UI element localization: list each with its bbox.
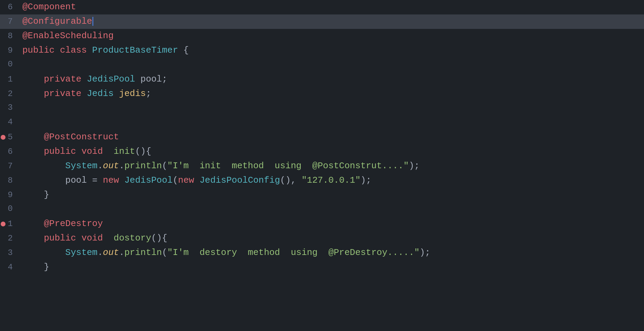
line-content-24: } xyxy=(19,260,644,274)
line-number-12: 2 xyxy=(0,87,19,100)
line-number-14: 4 xyxy=(0,116,19,128)
code-line-7: 7 @Configurable xyxy=(0,14,644,29)
gutter-dot-predestroy xyxy=(1,222,6,226)
line-number-11: 1 xyxy=(0,73,19,86)
line-number-22: 2 xyxy=(0,232,19,245)
code-editor: 6 @Component 7 @Configurable 8 @EnableSc… xyxy=(0,0,644,331)
code-line-23: 3 System.out.println("I'm destory method… xyxy=(0,246,644,260)
line-number-20: 0 xyxy=(0,202,19,215)
line-number-13: 3 xyxy=(0,101,19,114)
line-number-19: 9 xyxy=(0,189,19,201)
line-content-11: private JedisPool pool; xyxy=(19,72,644,86)
line-number-10: 0 xyxy=(0,58,19,71)
line-number-7: 7 xyxy=(0,15,19,28)
line-number-23: 3 xyxy=(0,246,19,259)
code-line-9: 9 public class ProductBaseTimer { xyxy=(0,43,644,58)
code-line-16: 6 public void init(){ xyxy=(0,145,644,159)
line-content-17: System.out.println("I'm init method usin… xyxy=(19,159,644,173)
line-content-15: @PostConstruct xyxy=(19,130,644,144)
line-content-9: public class ProductBaseTimer { xyxy=(19,43,644,57)
gutter-dot-postconstruct xyxy=(1,135,6,140)
code-line-20: 0 xyxy=(0,202,644,217)
line-content-21: @PreDestroy xyxy=(19,217,644,231)
code-line-12: 2 private Jedis jedis; xyxy=(0,87,644,101)
code-line-10: 0 xyxy=(0,58,644,72)
line-content-16: public void init(){ xyxy=(19,145,644,158)
code-line-24: 4 } xyxy=(0,260,644,275)
line-number-17: 7 xyxy=(0,160,19,172)
code-line-21: 1 @PreDestroy xyxy=(0,217,644,231)
line-content-8: @EnableScheduling xyxy=(19,29,644,43)
line-number-9: 9 xyxy=(0,44,19,57)
code-line-6: 6 @Component xyxy=(0,0,644,14)
line-number-16: 6 xyxy=(0,145,19,158)
line-content-19: } xyxy=(19,188,644,202)
line-content-7: @Configurable xyxy=(19,14,644,28)
code-line-18: 8 pool = new JedisPool(new JedisPoolConf… xyxy=(0,173,644,188)
code-line-17: 7 System.out.println("I'm init method us… xyxy=(0,159,644,173)
line-content-18: pool = new JedisPool(new JedisPoolConfig… xyxy=(19,173,644,187)
line-content-6: @Component xyxy=(19,0,644,14)
code-line-13: 3 xyxy=(0,101,644,116)
line-number-24: 4 xyxy=(0,261,19,274)
line-number-6: 6 xyxy=(0,1,19,13)
code-line-15: 5 @PostConstruct xyxy=(0,130,644,145)
line-number-8: 8 xyxy=(0,30,19,42)
code-line-22: 2 public void dostory(){ xyxy=(0,231,644,246)
code-line-19: 9 } xyxy=(0,188,644,202)
line-content-12: private Jedis jedis; xyxy=(19,87,644,100)
code-line-8: 8 @EnableScheduling xyxy=(0,29,644,43)
code-line-14: 4 xyxy=(0,116,644,130)
line-content-23: System.out.println("I'm destory method u… xyxy=(19,246,644,259)
code-line-11: 1 private JedisPool pool; xyxy=(0,72,644,87)
line-number-18: 8 xyxy=(0,174,19,187)
line-content-22: public void dostory(){ xyxy=(19,231,644,245)
